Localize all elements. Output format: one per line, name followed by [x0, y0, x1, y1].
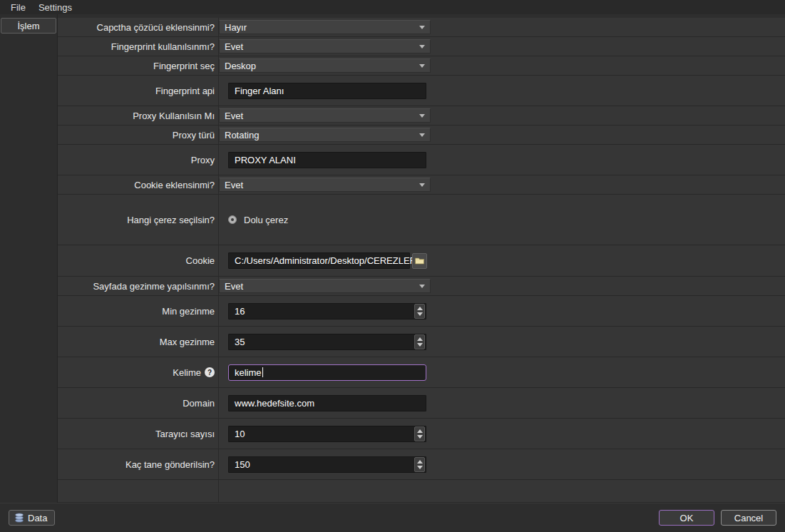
- input-value: 10: [235, 429, 245, 439]
- field-control: Hayır: [219, 18, 785, 36]
- field-control: Dolu çerez: [219, 195, 785, 245]
- input-value: kelime: [235, 367, 262, 378]
- input-value: PROXY ALANI: [235, 155, 296, 165]
- form-row: Fingerprint kullanılsınmı? Evet: [58, 37, 785, 56]
- label-text: Kelime: [173, 367, 201, 378]
- field-control: C:/Users/Administrator/Desktop/CEREZLER: [219, 245, 785, 276]
- field-control: 16: [219, 296, 785, 326]
- spin-down-icon[interactable]: [417, 343, 423, 347]
- field-control: www.hedefsite.com: [219, 388, 785, 418]
- label-text: Capctha çözücü eklensinmi?: [97, 22, 215, 33]
- spin-up-icon[interactable]: [417, 337, 423, 341]
- browse-folder-button[interactable]: [412, 253, 427, 269]
- fingerprint-api-input[interactable]: Finger Alanı: [228, 83, 426, 99]
- domain-input[interactable]: www.hedefsite.com: [228, 395, 426, 411]
- label-text: Cookie: [186, 255, 215, 266]
- spin-down-icon[interactable]: [417, 435, 423, 439]
- form-row: Hangi çerez seçilsin? Dolu çerez: [58, 195, 785, 245]
- field-label: Kelime ?: [58, 357, 219, 387]
- input-value: 150: [235, 459, 250, 470]
- field-label: Sayfada gezinme yapılsınmı?: [58, 277, 219, 295]
- field-label: Domain: [58, 388, 219, 418]
- form-row: Proxy Kullanılsın Mı Evet: [58, 106, 785, 126]
- menu-bar: File Settings: [0, 0, 785, 14]
- menu-settings[interactable]: Settings: [32, 1, 78, 14]
- input-value: Finger Alanı: [235, 86, 284, 96]
- form-row: Max gezinme 35: [58, 327, 785, 357]
- field-label: Max gezinme: [58, 327, 219, 357]
- spinner-buttons: [414, 334, 425, 349]
- chevron-down-icon: [419, 45, 425, 48]
- capctha-solver-select[interactable]: Hayır: [219, 20, 431, 34]
- page-navigation-select[interactable]: Evet: [219, 279, 431, 293]
- form-row: Kelime ? kelime: [58, 357, 785, 388]
- form-row: Cookie C:/Users/Administrator/Desktop/CE…: [58, 245, 785, 277]
- browser-count-spinner[interactable]: 10: [228, 426, 426, 442]
- proxy-type-select[interactable]: Rotating: [219, 128, 431, 142]
- spin-up-icon[interactable]: [417, 460, 423, 464]
- form-row: Cookie eklensinmi? Evet: [58, 175, 785, 195]
- spinner-buttons: [414, 457, 425, 472]
- cookie-path-input[interactable]: C:/Users/Administrator/Desktop/CEREZLER: [228, 252, 410, 269]
- field-control: 10: [219, 419, 785, 449]
- fingerprint-choose-select[interactable]: Deskop: [219, 58, 431, 73]
- min-gezinme-spinner[interactable]: 16: [228, 303, 426, 319]
- selected-value: Evet: [225, 111, 243, 121]
- menu-file[interactable]: File: [4, 1, 32, 14]
- form-row: Domain www.hedefsite.com: [58, 388, 785, 419]
- bottom-bar: Data OK Cancel: [0, 503, 785, 532]
- input-value: 35: [235, 337, 245, 347]
- proxy-use-select[interactable]: Evet: [219, 108, 431, 123]
- label-text: Fingerprint kullanılsınmı?: [111, 41, 215, 52]
- proxy-input[interactable]: PROXY ALANI: [228, 152, 426, 168]
- field-label: Cookie: [58, 245, 219, 276]
- tab-islem[interactable]: İşlem: [1, 18, 56, 34]
- label-text: Tarayıcı sayısı: [155, 429, 215, 439]
- label-text: Proxy türü: [173, 130, 215, 140]
- field-label: Hangi çerez seçilsin?: [58, 195, 219, 245]
- spin-up-icon[interactable]: [417, 429, 423, 433]
- form-row-empty: [58, 480, 785, 503]
- fingerprint-use-select[interactable]: Evet: [219, 39, 431, 53]
- field-control: Finger Alanı: [219, 76, 785, 106]
- form-row: Tarayıcı sayısı 10: [58, 419, 785, 449]
- form-row: Fingerprint api Finger Alanı: [58, 76, 785, 106]
- form-row: Proxy PROXY ALANI: [58, 145, 785, 175]
- field-control: Evet: [219, 277, 785, 295]
- cancel-button[interactable]: Cancel: [721, 510, 776, 526]
- input-value: 16: [235, 306, 245, 317]
- field-control: Evet: [219, 106, 785, 125]
- field-label: Proxy Kullanılsın Mı: [58, 106, 219, 125]
- spin-up-icon[interactable]: [417, 307, 423, 310]
- label-text: Proxy Kullanılsın Mı: [133, 111, 215, 121]
- chevron-down-icon: [419, 285, 425, 288]
- field-control: 35: [219, 327, 785, 357]
- ok-button[interactable]: OK: [659, 510, 714, 526]
- spinner-buttons: [414, 304, 425, 319]
- send-count-spinner[interactable]: 150: [228, 456, 426, 473]
- cookie-add-select[interactable]: Evet: [219, 178, 431, 192]
- input-value: www.hedefsite.com: [235, 398, 314, 409]
- field-label: Min gezinme: [58, 296, 219, 326]
- data-button[interactable]: Data: [9, 510, 55, 526]
- spin-down-icon[interactable]: [417, 466, 423, 469]
- empty-label-cell: [58, 480, 219, 502]
- label-text: Sayfada gezinme yapılsınmı?: [93, 281, 215, 292]
- field-label: Kaç tane gönderilsin?: [58, 449, 219, 479]
- label-text: Fingerprint seç: [153, 61, 215, 71]
- help-icon[interactable]: ?: [205, 367, 215, 377]
- max-gezinme-spinner[interactable]: 35: [228, 334, 426, 350]
- spin-down-icon[interactable]: [417, 312, 423, 316]
- field-control: Deskop: [219, 56, 785, 75]
- label-text: Domain: [183, 398, 215, 409]
- spinner-buttons: [414, 426, 425, 441]
- form-row: Sayfada gezinme yapılsınmı? Evet: [58, 277, 785, 296]
- dolu-cerez-radio[interactable]: Dolu çerez: [228, 215, 288, 225]
- kelime-input[interactable]: kelime: [228, 364, 426, 381]
- selected-value: Evet: [225, 281, 243, 292]
- selected-value: Rotating: [225, 130, 259, 140]
- field-label: Fingerprint kullanılsınmı?: [58, 37, 219, 56]
- field-label: Cookie eklensinmi?: [58, 175, 219, 194]
- database-icon: [14, 513, 24, 523]
- field-label: Proxy türü: [58, 126, 219, 144]
